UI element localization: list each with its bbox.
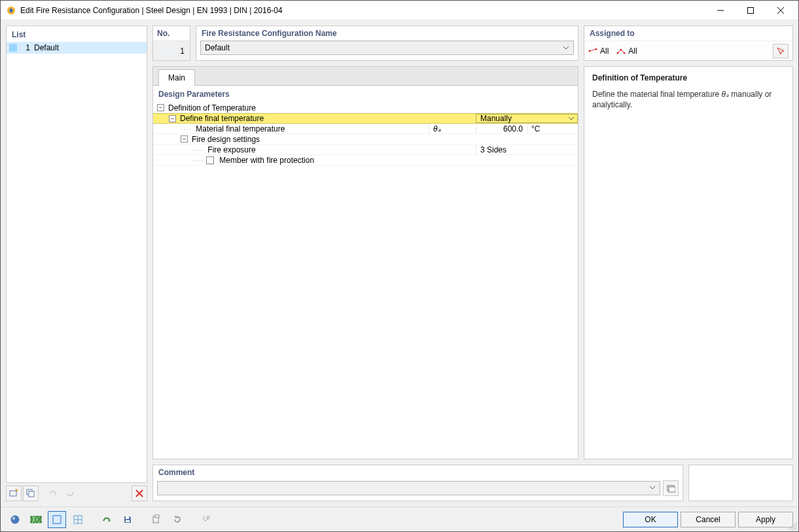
name-dropdown[interactable]: Default bbox=[200, 41, 574, 55]
help-button[interactable] bbox=[6, 511, 24, 528]
maximize-button[interactable] bbox=[736, 1, 766, 20]
reset-button[interactable] bbox=[168, 511, 186, 528]
row-label: Fire design settings bbox=[190, 135, 578, 144]
titlebar: Edit Fire Resistance Configuration | Ste… bbox=[1, 1, 798, 20]
new-item-button[interactable] bbox=[6, 486, 22, 501]
svg-text:0,00: 0,00 bbox=[30, 515, 42, 524]
include-button[interactable] bbox=[45, 486, 61, 501]
name-header: Fire Resistance Configuration Name bbox=[196, 26, 578, 41]
row-label: Fire exposure bbox=[206, 145, 476, 154]
tab-main[interactable]: Main bbox=[158, 69, 195, 86]
number-box: No. 1 bbox=[152, 26, 190, 61]
symbol-cell: θₐ bbox=[429, 124, 476, 133]
name-box: Fire Resistance Configuration Name Defau… bbox=[196, 26, 578, 61]
svg-rect-5 bbox=[29, 491, 34, 497]
preview-box bbox=[688, 465, 793, 501]
bottom-toolbar: 0,00 OK Cancel Apply bbox=[1, 506, 798, 531]
list-body[interactable]: 1 Default bbox=[7, 42, 147, 482]
row-definition-of-temperature[interactable]: − Definition of Temperature bbox=[153, 103, 578, 113]
tree-leaf-icon: ···· bbox=[192, 145, 204, 154]
value-cell[interactable]: 600.0 bbox=[476, 124, 527, 133]
checkbox[interactable] bbox=[206, 156, 214, 164]
value-cell[interactable]: 3 Sides bbox=[476, 145, 578, 154]
list-item-index: 1 bbox=[20, 43, 30, 52]
close-button[interactable] bbox=[766, 1, 796, 20]
row-label: Define final temperature bbox=[179, 114, 476, 123]
params-header: Design Parameters bbox=[153, 86, 578, 103]
view-mode-2-button[interactable] bbox=[69, 511, 87, 528]
list-item-color-swatch bbox=[9, 44, 17, 52]
svg-point-9 bbox=[620, 48, 622, 50]
mid-row: Main Design Parameters − Definition of T… bbox=[152, 66, 793, 459]
collapse-icon[interactable]: − bbox=[169, 115, 176, 122]
view-mode-1-button[interactable] bbox=[48, 511, 66, 528]
svg-point-10 bbox=[624, 52, 626, 54]
row-label: Member with fire protection bbox=[218, 156, 476, 165]
collapse-icon[interactable]: − bbox=[157, 104, 164, 111]
list-item-label: Default bbox=[34, 43, 59, 52]
app-icon bbox=[6, 5, 16, 16]
content-area: List 1 Default bbox=[1, 20, 798, 506]
chevron-down-icon bbox=[563, 44, 569, 51]
unit-cell: °C bbox=[527, 124, 578, 133]
row-label: Material final temperature bbox=[194, 124, 429, 133]
chevron-down-icon bbox=[649, 484, 656, 491]
list-item[interactable]: 1 Default bbox=[7, 42, 147, 54]
comment-pick-button[interactable] bbox=[663, 480, 679, 496]
resize-grip[interactable] bbox=[789, 522, 797, 530]
top-row: No. 1 Fire Resistance Configuration Name… bbox=[152, 26, 793, 61]
comment-input[interactable] bbox=[157, 481, 660, 495]
chevron-down-icon bbox=[568, 115, 575, 122]
tabstrip: Main bbox=[153, 67, 578, 85]
svg-rect-22 bbox=[155, 515, 159, 518]
delete-item-button[interactable] bbox=[132, 486, 147, 501]
tree-leaf-icon: ···· bbox=[181, 124, 192, 133]
minimize-button[interactable] bbox=[705, 1, 736, 20]
row-material-final-temperature[interactable]: ···· Material final temperature θₐ 600.0… bbox=[153, 124, 578, 134]
copy-item-button[interactable] bbox=[23, 486, 39, 501]
row-define-final-temperature[interactable]: − Define final temperature Manually bbox=[153, 113, 578, 124]
settings-button[interactable] bbox=[197, 511, 215, 528]
assigned-member-sets[interactable]: All bbox=[616, 46, 637, 56]
units-button[interactable]: 0,00 bbox=[27, 511, 45, 528]
svg-rect-19 bbox=[126, 516, 129, 519]
list-panel: List 1 Default bbox=[6, 26, 147, 483]
cancel-button[interactable]: Cancel bbox=[681, 512, 736, 527]
row-fire-exposure[interactable]: ···· Fire exposure 3 Sides bbox=[153, 145, 578, 155]
help-text: Define the material final temperature θₐ… bbox=[592, 89, 785, 110]
exclude-button[interactable] bbox=[62, 486, 78, 501]
params-tree: − Definition of Temperature − Define fin… bbox=[153, 103, 578, 166]
clipboard-button[interactable] bbox=[147, 511, 166, 528]
assigned-members[interactable]: All bbox=[588, 46, 609, 56]
number-value[interactable]: 1 bbox=[153, 41, 190, 60]
left-panel: List 1 Default bbox=[6, 26, 147, 501]
name-value: Default bbox=[205, 43, 230, 52]
apply-button[interactable]: Apply bbox=[738, 512, 793, 527]
define-final-dropdown[interactable]: Manually bbox=[476, 114, 578, 123]
assigned-all-label-1: All bbox=[600, 46, 609, 56]
svg-rect-17 bbox=[53, 516, 61, 523]
ok-button[interactable]: OK bbox=[623, 512, 678, 527]
svg-rect-2 bbox=[10, 491, 16, 496]
comment-box: Comment bbox=[152, 465, 683, 501]
export-button[interactable] bbox=[98, 511, 116, 528]
member-set-icon bbox=[616, 48, 626, 54]
help-title: Definition of Temperature bbox=[592, 73, 785, 82]
save-button[interactable] bbox=[118, 511, 137, 528]
list-toolbar bbox=[6, 486, 147, 501]
pick-in-view-button[interactable] bbox=[773, 44, 789, 58]
comment-header: Comment bbox=[153, 465, 683, 480]
svg-rect-12 bbox=[669, 487, 675, 492]
svg-point-7 bbox=[595, 48, 597, 50]
assigned-all-label-2: All bbox=[628, 46, 637, 56]
list-header: List bbox=[7, 26, 147, 42]
svg-point-3 bbox=[16, 490, 18, 491]
number-header: No. bbox=[153, 26, 190, 41]
collapse-icon[interactable]: − bbox=[181, 135, 188, 143]
tree-leaf-icon: ···· bbox=[192, 156, 204, 165]
row-member-fire-protection[interactable]: ···· Member with fire protection bbox=[153, 155, 578, 166]
center-column: No. 1 Fire Resistance Configuration Name… bbox=[152, 26, 793, 501]
row-fire-design-settings[interactable]: − Fire design settings bbox=[153, 134, 578, 145]
help-text-symbol: θₐ bbox=[721, 90, 729, 99]
help-panel: Definition of Temperature Define the mat… bbox=[584, 66, 793, 459]
